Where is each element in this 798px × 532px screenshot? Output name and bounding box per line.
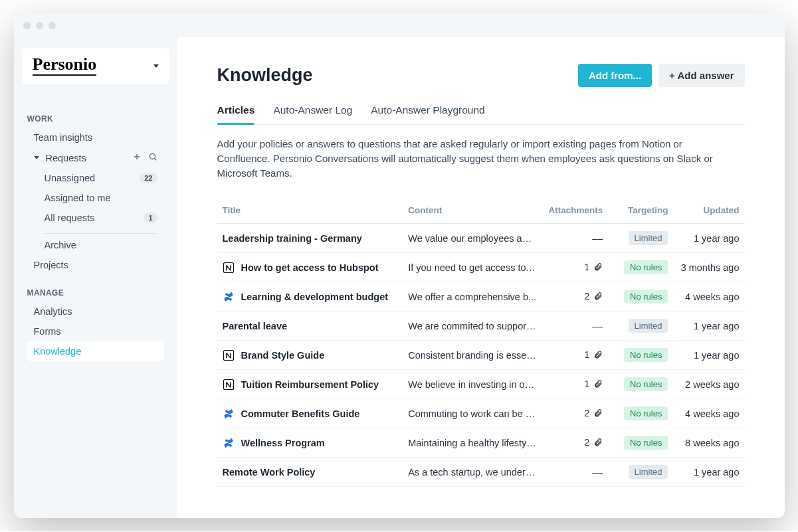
targeting-pill: No rules: [624, 260, 668, 274]
updated-time: 4 weeks ago: [673, 399, 744, 428]
table-row[interactable]: How to get access to HubspotIf you need …: [217, 253, 745, 282]
tab-auto-answer-playground[interactable]: Auto-Answer Playground: [371, 102, 484, 124]
sidebar-item-projects[interactable]: Projects: [27, 255, 164, 275]
paperclip-icon: [593, 262, 603, 274]
table-row[interactable]: Tuition Reimbursement PolicyWe believe i…: [217, 370, 745, 399]
article-title: Remote Work Policy: [223, 467, 316, 478]
main-content: Knowledge Add from... + Add answer Artic…: [177, 37, 785, 518]
sidebar-item-label: Analytics: [34, 306, 72, 317]
targeting-pill: Limited: [629, 465, 668, 479]
search-icon[interactable]: [148, 152, 157, 163]
brand-logo: Personio: [33, 56, 97, 76]
articles-table: Title Content Attachments Targeting Upda…: [217, 199, 745, 487]
attachment-count: 2: [542, 428, 608, 458]
targeting-pill: No rules: [624, 406, 668, 420]
sidebar-item-knowledge[interactable]: Knowledge: [27, 341, 164, 361]
attachment-count: ––: [542, 224, 608, 253]
column-header-title[interactable]: Title: [217, 199, 403, 224]
table-row[interactable]: Learning & development budgetWe offer a …: [217, 282, 745, 311]
add-icon[interactable]: [132, 152, 142, 163]
article-content-preview: If you need to get access to ...: [403, 253, 542, 282]
article-content-preview: We believe in investing in ou...: [403, 370, 542, 399]
column-header-updated[interactable]: Updated: [673, 199, 744, 224]
article-title: Leadership training - Germany: [223, 233, 362, 244]
updated-time: 3 months ago: [673, 253, 744, 282]
paperclip-icon: [593, 408, 603, 420]
article-content-preview: We value our employees and...: [403, 224, 542, 253]
targeting-pill: No rules: [624, 290, 668, 304]
paperclip-icon: [593, 438, 603, 449]
sidebar-item-requests[interactable]: Requests: [27, 147, 164, 168]
attachment-count: 1: [542, 370, 608, 399]
app-window: Personio WORKTeam insightsRequestsUnassi…: [14, 13, 785, 518]
attachment-count: ––: [542, 311, 608, 341]
notion-icon: [223, 379, 235, 391]
sidebar-subitem-all-requests[interactable]: All requests1: [27, 208, 164, 228]
svg-point-2: [150, 153, 155, 159]
sidebar-item-label: Forms: [34, 326, 61, 337]
sidebar-item-label: Requests: [46, 153, 86, 163]
attachment-count: 2: [542, 282, 608, 311]
article-content-preview: Consistent branding is essen...: [403, 341, 542, 370]
sidebar-item-label: Unassigned: [45, 173, 96, 183]
article-content-preview: We offer a comprehensive b...: [403, 282, 542, 311]
table-row[interactable]: Remote Work PolicyAs a tech startup, we …: [217, 458, 745, 487]
targeting-pill: No rules: [624, 348, 668, 362]
add-answer-button[interactable]: + Add answer: [658, 64, 744, 87]
article-title: Learning & development budget: [241, 292, 389, 302]
sidebar-item-label: All requests: [45, 213, 95, 223]
sidebar-divider: [45, 233, 156, 234]
notion-icon: [223, 262, 235, 274]
sidebar-item-team-insights[interactable]: Team insights: [27, 128, 164, 147]
targeting-pill: Limited: [629, 231, 668, 245]
window-titlebar: [14, 13, 785, 37]
column-header-content[interactable]: Content: [403, 199, 542, 224]
updated-time: 1 year ago: [673, 224, 744, 253]
window-dot-minimize[interactable]: [36, 22, 43, 29]
sidebar-heading: WORK: [27, 114, 164, 124]
sidebar-item-label: Knowledge: [34, 346, 82, 357]
targeting-pill: No rules: [624, 377, 668, 391]
confluence-icon: [223, 291, 235, 303]
updated-time: 4 weeks ago: [673, 282, 744, 311]
article-title: Brand Style Guide: [241, 350, 325, 361]
column-header-targeting[interactable]: Targeting: [608, 199, 673, 224]
workspace-switcher[interactable]: Personio: [22, 48, 169, 84]
tabs: ArticlesAuto-Answer LogAuto-Answer Playg…: [217, 102, 745, 125]
table-row[interactable]: Commuter Benefits GuideCommuting to work…: [217, 399, 745, 428]
sidebar-item-analytics[interactable]: Analytics: [27, 302, 164, 321]
attachment-count: ––: [542, 458, 608, 487]
updated-time: 1 year ago: [673, 311, 744, 341]
article-content-preview: Commuting to work can be e...: [403, 399, 542, 428]
notion-icon: [223, 349, 235, 361]
article-title: How to get access to Hubspot: [241, 262, 379, 273]
sidebar-item-label: Assigned to me: [45, 193, 111, 203]
targeting-pill: No rules: [624, 436, 668, 450]
sidebar-subitem-unassigned[interactable]: Unassigned22: [27, 168, 164, 188]
paperclip-icon: [593, 292, 603, 303]
count-badge: 1: [144, 213, 157, 223]
table-row[interactable]: Parental leaveWe are commited to support…: [217, 311, 745, 341]
sidebar-heading: MANAGE: [27, 288, 164, 298]
sidebar-item-label: Team insights: [34, 132, 93, 143]
sidebar-subitem-archive[interactable]: Archive: [27, 235, 164, 255]
attachment-count: 1: [542, 253, 608, 282]
page-description: Add your policies or answers to question…: [217, 137, 722, 180]
page-title: Knowledge: [217, 65, 313, 86]
add-from-button[interactable]: Add from...: [578, 64, 652, 87]
sidebar-subitem-assigned-to-me[interactable]: Assigned to me: [27, 188, 164, 208]
window-dot-zoom[interactable]: [49, 22, 56, 29]
tab-articles[interactable]: Articles: [217, 102, 255, 124]
column-header-attachments[interactable]: Attachments: [542, 199, 608, 224]
chevron-down-icon: [153, 64, 159, 68]
tab-auto-answer-log[interactable]: Auto-Answer Log: [273, 102, 352, 124]
table-row[interactable]: Wellness ProgramMaintaining a healthy li…: [217, 428, 745, 458]
table-row[interactable]: Brand Style GuideConsistent branding is …: [217, 341, 745, 370]
confluence-icon: [223, 408, 235, 420]
sidebar-item-forms[interactable]: Forms: [27, 321, 164, 341]
chevron-down-icon: [34, 156, 39, 159]
updated-time: 1 year ago: [673, 341, 744, 370]
window-dot-close[interactable]: [23, 22, 31, 29]
table-row[interactable]: Leadership training - GermanyWe value ou…: [217, 224, 745, 253]
article-content-preview: As a tech startup, we underst...: [403, 458, 542, 487]
